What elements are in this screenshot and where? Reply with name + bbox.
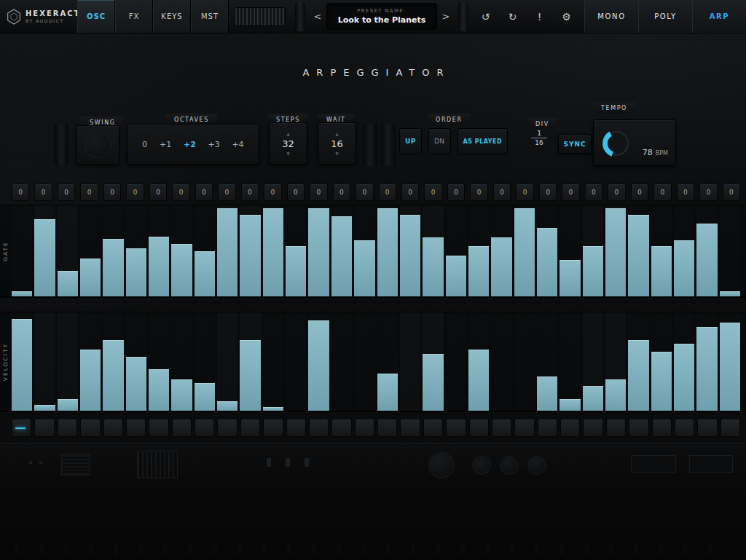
- gate-bar-slot[interactable]: [286, 205, 306, 296]
- tab-mst[interactable]: MST: [191, 0, 229, 33]
- step-button[interactable]: [469, 419, 489, 437]
- velocity-bar-slot[interactable]: [331, 312, 352, 411]
- transpose-value-cell[interactable]: 0: [34, 184, 52, 201]
- gate-bar-slot[interactable]: [674, 205, 694, 296]
- velocity-bar-slot[interactable]: [217, 312, 237, 411]
- tab-fx[interactable]: FX: [115, 0, 153, 33]
- transpose-value-cell[interactable]: 0: [723, 184, 740, 201]
- velocity-bar-slot[interactable]: [103, 312, 123, 411]
- transpose-value-cell[interactable]: 0: [310, 184, 327, 201]
- step-button[interactable]: [721, 419, 740, 437]
- velocity-bar-slot[interactable]: [720, 312, 740, 411]
- transpose-value-cell[interactable]: 0: [470, 184, 487, 201]
- step-button[interactable]: [538, 419, 557, 437]
- transpose-value-cell[interactable]: 0: [562, 184, 579, 201]
- octave-option-plus3[interactable]: +3: [208, 140, 220, 149]
- velocity-bar-slot[interactable]: [560, 312, 580, 411]
- transpose-value-cell[interactable]: 0: [195, 184, 213, 201]
- gate-bar-slot[interactable]: [514, 205, 535, 296]
- gate-bar-slot[interactable]: [331, 205, 352, 296]
- velocity-bar-slot[interactable]: [195, 312, 215, 411]
- step-button[interactable]: [126, 419, 146, 437]
- settings-gear-icon[interactable]: ⚙: [553, 0, 580, 33]
- step-button[interactable]: [606, 419, 626, 437]
- velocity-bar-slot[interactable]: [354, 312, 374, 411]
- velocity-bar-slot[interactable]: [628, 312, 648, 411]
- wait-down-arrow-icon[interactable]: ▼: [335, 151, 339, 156]
- gate-bar-slot[interactable]: [80, 205, 101, 296]
- div-fraction[interactable]: 1 16: [531, 130, 547, 146]
- gate-bar-slot[interactable]: [720, 205, 740, 296]
- velocity-bar-slot[interactable]: [240, 312, 260, 411]
- step-button[interactable]: [583, 419, 602, 437]
- velocity-bar-slot[interactable]: [377, 312, 398, 411]
- step-button[interactable]: [355, 419, 374, 437]
- transpose-value-cell[interactable]: 0: [631, 184, 648, 201]
- velocity-bar-slot[interactable]: [446, 312, 466, 411]
- octave-option-0[interactable]: 0: [142, 140, 147, 149]
- step-button[interactable]: [309, 419, 329, 437]
- transpose-value-cell[interactable]: 0: [379, 184, 396, 201]
- step-button[interactable]: [103, 419, 123, 437]
- velocity-bar-slot[interactable]: [423, 312, 443, 411]
- velocity-bar-slot[interactable]: [468, 312, 489, 411]
- step-button[interactable]: [34, 419, 54, 437]
- step-button[interactable]: [400, 419, 420, 437]
- velocity-bar-slot[interactable]: [400, 312, 420, 411]
- step-button[interactable]: [149, 419, 168, 437]
- preset-display[interactable]: PRESET NAME: Look to the Planets: [326, 3, 437, 31]
- gate-bar-slot[interactable]: [423, 205, 443, 296]
- velocity-bar-slot[interactable]: [696, 312, 717, 411]
- step-button[interactable]: [697, 419, 717, 437]
- gate-bar-slot[interactable]: [149, 205, 169, 296]
- transpose-value-cell[interactable]: 0: [401, 184, 419, 201]
- wait-stepper[interactable]: ▲ 16 ▼: [318, 122, 356, 165]
- tab-osc[interactable]: OSC: [77, 0, 115, 33]
- gate-bar-slot[interactable]: [696, 205, 717, 296]
- step-button[interactable]: [560, 419, 580, 437]
- gate-bar-slot[interactable]: [354, 205, 374, 296]
- transpose-value-cell[interactable]: 0: [493, 184, 511, 201]
- order-down-button[interactable]: DN: [428, 128, 451, 154]
- gate-bar-slot[interactable]: [195, 205, 215, 296]
- velocity-bar-slot[interactable]: [58, 312, 78, 411]
- mode-poly-button[interactable]: POLY: [638, 0, 692, 33]
- transpose-value-cell[interactable]: 0: [539, 184, 557, 201]
- velocity-bar-slot[interactable]: [605, 312, 626, 411]
- transpose-value-cell[interactable]: 0: [356, 184, 373, 201]
- order-as-played-button[interactable]: AS PLAYED: [458, 128, 509, 154]
- tempo-knob[interactable]: [600, 127, 632, 159]
- transpose-value-cell[interactable]: 0: [12, 184, 29, 201]
- transpose-value-cell[interactable]: 0: [677, 184, 694, 201]
- velocity-bar-slot[interactable]: [674, 312, 694, 411]
- velocity-bar-slot[interactable]: [80, 312, 101, 411]
- gate-bar-slot[interactable]: [628, 205, 648, 296]
- transpose-value-cell[interactable]: 0: [608, 184, 625, 201]
- step-button[interactable]: [58, 419, 77, 437]
- mode-mono-button[interactable]: MONO: [584, 0, 638, 33]
- octave-option-plus1[interactable]: +1: [160, 140, 171, 149]
- step-button[interactable]: [423, 419, 443, 437]
- velocity-bar-slot[interactable]: [537, 312, 557, 411]
- gate-bar-slot[interactable]: [263, 205, 283, 296]
- gate-bar-slot[interactable]: [58, 205, 78, 296]
- gate-bar-slot[interactable]: [400, 205, 420, 296]
- steps-down-arrow-icon[interactable]: ▼: [286, 151, 290, 156]
- transpose-value-cell[interactable]: 0: [447, 184, 465, 201]
- velocity-bar-slot[interactable]: [308, 312, 329, 411]
- octave-option-plus4[interactable]: +4: [232, 140, 243, 149]
- velocity-bar-slot[interactable]: [171, 312, 192, 411]
- step-button[interactable]: [217, 419, 237, 437]
- steps-stepper[interactable]: ▲ 32 ▼: [269, 122, 307, 165]
- step-button[interactable]: [331, 419, 351, 437]
- transpose-value-cell[interactable]: 0: [58, 184, 75, 201]
- step-button[interactable]: [12, 419, 31, 437]
- redo-icon[interactable]: ↻: [499, 0, 526, 33]
- preset-next-button[interactable]: >: [437, 5, 455, 28]
- sync-button[interactable]: SYNC: [558, 134, 592, 154]
- gate-bar-slot[interactable]: [446, 205, 466, 296]
- velocity-bar-slot[interactable]: [651, 312, 672, 411]
- preset-prev-button[interactable]: <: [309, 5, 326, 28]
- step-button[interactable]: [286, 419, 306, 437]
- step-button[interactable]: [195, 419, 214, 437]
